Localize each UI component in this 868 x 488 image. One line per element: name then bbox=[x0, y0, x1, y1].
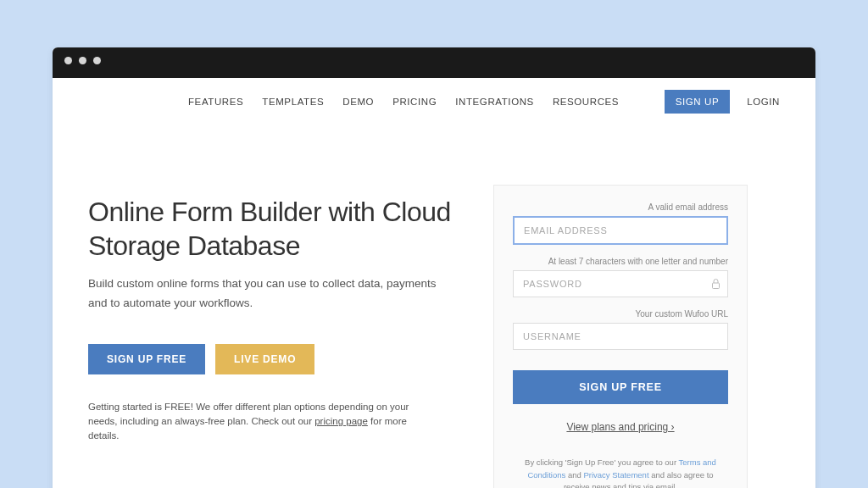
password-field-wrap bbox=[513, 270, 728, 297]
hero-live-demo-button[interactable]: LIVE DEMO bbox=[215, 344, 314, 374]
email-hint: A valid email address bbox=[513, 202, 728, 212]
browser-window: FEATURES TEMPLATES DEMO PRICING INTEGRAT… bbox=[53, 47, 815, 488]
view-plans-link[interactable]: View plans and pricing › bbox=[513, 421, 728, 433]
password-hint: At least 7 characters with one letter an… bbox=[513, 257, 728, 266]
nav-links: FEATURES TEMPLATES DEMO PRICING INTEGRAT… bbox=[188, 97, 619, 107]
nav-signup-button[interactable]: SIGN UP bbox=[665, 90, 731, 114]
hero-buttons: SIGN UP FREE LIVE DEMO bbox=[88, 344, 453, 374]
window-control-close[interactable] bbox=[64, 57, 72, 64]
page-content: FEATURES TEMPLATES DEMO PRICING INTEGRAT… bbox=[53, 78, 815, 488]
username-hint: Your custom Wufoo URL bbox=[513, 309, 728, 319]
top-navigation: FEATURES TEMPLATES DEMO PRICING INTEGRAT… bbox=[53, 78, 815, 119]
terms-text: By clicking 'Sign Up Free' you agree to … bbox=[513, 457, 728, 488]
lock-icon bbox=[711, 279, 721, 290]
window-control-maximize[interactable] bbox=[93, 57, 101, 64]
nav-login-link[interactable]: LOGIN bbox=[747, 97, 780, 107]
hero-title: Online Form Builder with Cloud Storage D… bbox=[88, 195, 453, 263]
nav-templates[interactable]: TEMPLATES bbox=[262, 97, 324, 107]
password-input[interactable] bbox=[513, 270, 728, 297]
privacy-statement-link[interactable]: Privacy Statement bbox=[583, 470, 648, 480]
terms-and: and bbox=[565, 470, 583, 480]
email-input[interactable] bbox=[513, 216, 728, 245]
nav-demo[interactable]: DEMO bbox=[342, 97, 374, 107]
terms-pre: By clicking 'Sign Up Free' you agree to … bbox=[525, 458, 678, 467]
nav-features[interactable]: FEATURES bbox=[188, 97, 243, 107]
window-titlebar bbox=[53, 47, 815, 73]
signup-card: A valid email address At least 7 charact… bbox=[493, 185, 748, 488]
window-control-minimize[interactable] bbox=[79, 57, 86, 64]
username-input[interactable] bbox=[513, 323, 728, 350]
email-field-wrap bbox=[513, 216, 728, 245]
hero-subtitle: Build custom online forms that you can u… bbox=[88, 274, 453, 313]
hero-section: Online Form Builder with Cloud Storage D… bbox=[53, 119, 815, 488]
username-field-wrap bbox=[513, 323, 728, 350]
nav-resources[interactable]: RESOURCES bbox=[553, 97, 619, 107]
nav-pricing[interactable]: PRICING bbox=[392, 97, 437, 107]
signup-free-submit-button[interactable]: SIGN UP FREE bbox=[513, 370, 728, 404]
nav-integrations[interactable]: INTEGRATIONS bbox=[455, 97, 534, 107]
svg-rect-0 bbox=[713, 283, 720, 289]
nav-right: SIGN UP LOGIN bbox=[665, 90, 780, 114]
hero-note: Getting started is FREE! We offer differ… bbox=[88, 400, 436, 444]
hero-left: Online Form Builder with Cloud Storage D… bbox=[88, 185, 453, 488]
pricing-page-link[interactable]: pricing page bbox=[314, 416, 368, 426]
hero-signup-free-button[interactable]: SIGN UP FREE bbox=[88, 344, 205, 374]
